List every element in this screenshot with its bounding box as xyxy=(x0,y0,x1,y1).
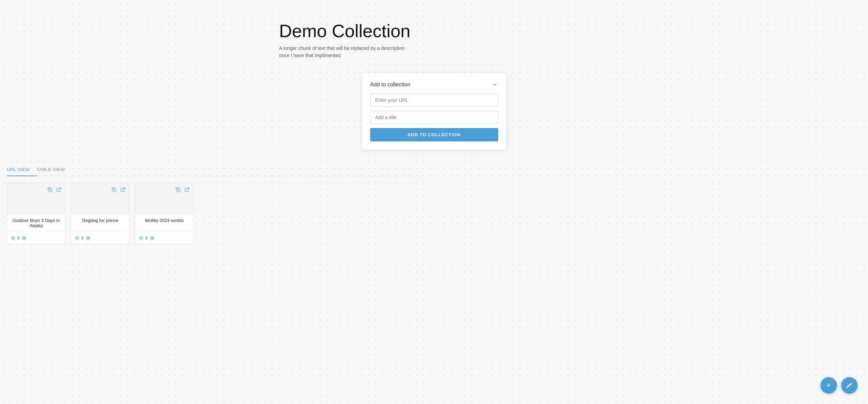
copy-button-2[interactable] xyxy=(111,186,117,193)
card-footer-2: ⊖ 0 ⊕ xyxy=(71,232,129,244)
tabs-bar: URL VIEW TABLE VIEW xyxy=(7,163,420,176)
vote-up-icon-1[interactable]: ⊕ xyxy=(22,235,26,241)
vote-count-3: 0 xyxy=(145,236,148,241)
tabs-section: URL VIEW TABLE VIEW xyxy=(7,163,420,244)
copy-button-3[interactable] xyxy=(175,186,181,193)
card-title-1: Outdoor Boys 3 Days in Alaska xyxy=(7,214,65,232)
page-title: Demo Collection xyxy=(279,21,411,41)
fab-edit-button[interactable] xyxy=(841,377,858,394)
page-wrapper: Demo Collection A longer chunk of text t… xyxy=(0,0,868,404)
card-top-3 xyxy=(135,183,193,214)
vote-down-icon-3[interactable]: ⊖ xyxy=(139,235,143,241)
vote-down-icon-2[interactable]: ⊖ xyxy=(75,235,79,241)
card-top-1 xyxy=(7,183,65,214)
title-input[interactable] xyxy=(370,111,498,124)
card-top-2 xyxy=(71,183,129,214)
svg-rect-0 xyxy=(49,189,52,192)
url-card: Dogdog loc prince ⊖ 0 ⊕ xyxy=(71,183,129,244)
tab-table-view[interactable]: TABLE VIEW xyxy=(36,163,72,176)
minimize-button[interactable]: − xyxy=(491,81,498,88)
card-footer-1: ⊖ 0 ⊕ xyxy=(7,232,65,244)
external-link-button-2[interactable] xyxy=(119,186,126,193)
vote-down-icon-1[interactable]: ⊖ xyxy=(11,235,15,241)
vote-count-2: 0 xyxy=(81,236,84,241)
external-link-button-3[interactable] xyxy=(184,186,190,193)
cards-grid: Outdoor Boys 3 Days in Alaska ⊖ 0 ⊕ xyxy=(7,183,420,244)
tab-url-view[interactable]: URL VIEW xyxy=(7,163,36,176)
copy-button-1[interactable] xyxy=(46,186,53,193)
fab-container: + xyxy=(820,377,858,394)
add-to-collection-card: Add to collection − ADD TO COLLECTION xyxy=(362,73,506,150)
card-title-3: Wolfey 2024 worlds xyxy=(135,214,193,232)
vote-up-icon-2[interactable]: ⊕ xyxy=(86,235,90,241)
url-input[interactable] xyxy=(370,94,498,107)
page-description: A longer chunk of text that will be repl… xyxy=(279,45,410,59)
svg-rect-1 xyxy=(113,189,116,192)
header-section: Demo Collection A longer chunk of text t… xyxy=(279,21,589,59)
card-title-2: Dogdog loc prince xyxy=(71,214,129,232)
svg-rect-2 xyxy=(177,189,180,192)
fab-add-button[interactable]: + xyxy=(820,377,837,394)
vote-count-1: 0 xyxy=(17,236,20,241)
add-to-collection-button[interactable]: ADD TO COLLECTION xyxy=(370,128,498,141)
url-card: Wolfey 2024 worlds ⊖ 0 ⊕ xyxy=(135,183,194,244)
external-link-button-1[interactable] xyxy=(55,186,62,193)
vote-up-icon-3[interactable]: ⊕ xyxy=(150,235,154,241)
card-title: Add to collection xyxy=(370,82,410,88)
url-card: Outdoor Boys 3 Days in Alaska ⊖ 0 ⊕ xyxy=(7,183,65,244)
card-footer-3: ⊖ 0 ⊕ xyxy=(135,232,193,244)
card-header: Add to collection − xyxy=(370,81,498,88)
